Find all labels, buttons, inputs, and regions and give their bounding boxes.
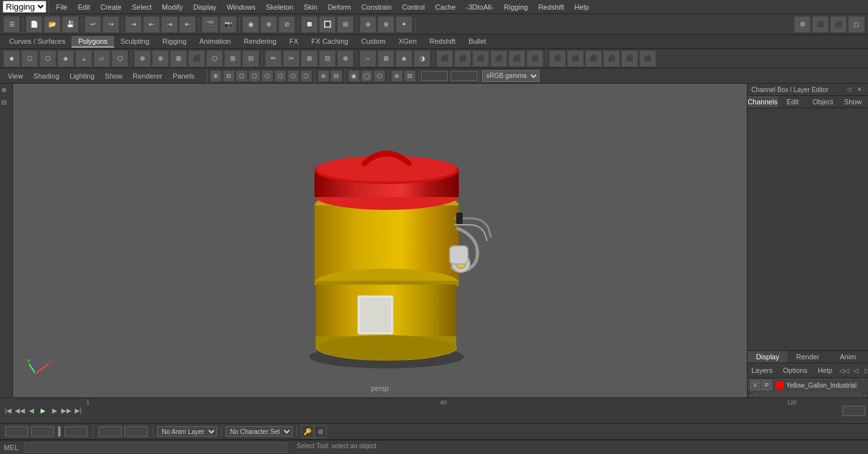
vt13[interactable]: ⬡	[374, 70, 385, 82]
menu-item-cache[interactable]: Cache	[430, 2, 461, 12]
tb-r3[interactable]: ⬛	[830, 16, 847, 33]
poly-tb32[interactable]: ⬛	[585, 50, 602, 67]
settings-btn[interactable]: ⚙	[794, 16, 811, 33]
sec-tab-rendering[interactable]: Rendering	[237, 36, 283, 48]
layer-icon-3[interactable]: ▷	[862, 365, 868, 375]
end-frame-input[interactable]: 120	[64, 426, 88, 437]
tb7[interactable]: ⇥	[125, 16, 142, 33]
poly-tb17[interactable]: ⊞	[301, 50, 318, 67]
char-set-select[interactable]: No Character Set	[226, 426, 293, 437]
gamma-select[interactable]: sRGB gamma	[482, 70, 539, 82]
ipr-btn[interactable]: 📷	[220, 16, 236, 33]
poly-tb22[interactable]: ◈	[396, 50, 412, 67]
poly-tb9[interactable]: ⊕	[152, 50, 169, 67]
cb-tab-channels[interactable]: Channels	[747, 96, 778, 108]
poly-tb8[interactable]: ⊕	[134, 50, 151, 67]
disp-tab-display[interactable]: Display	[747, 351, 787, 363]
view-tab-view[interactable]: View	[3, 71, 28, 81]
vt2[interactable]: ⊟	[223, 70, 235, 82]
menu-item-rigging[interactable]: Rigging	[499, 2, 533, 12]
char-set-btn[interactable]: ⚙	[314, 425, 327, 438]
time-ruler[interactable]: 1 60 120	[86, 398, 840, 423]
poly-tb7[interactable]: ⬡	[111, 50, 128, 67]
vt5[interactable]: ⬡	[262, 70, 273, 82]
tb18[interactable]: ⊞	[337, 16, 354, 33]
prev-key-btn[interactable]: ◀◀	[14, 405, 26, 417]
layers-header-options[interactable]: Options	[783, 366, 807, 374]
layer-v-btn[interactable]: V	[750, 380, 760, 390]
scroll-left-btn[interactable]: ◁	[747, 392, 753, 397]
tb13[interactable]: ◉	[242, 16, 259, 33]
poly-tb27[interactable]: ⬛	[490, 50, 507, 67]
tb8[interactable]: ⇤	[143, 16, 160, 33]
layers-header-help[interactable]: Help	[818, 366, 833, 374]
play-btn[interactable]: ▶	[37, 405, 49, 417]
sec-tab-fxcaching[interactable]: FX Caching	[305, 36, 354, 48]
vt10[interactable]: ⊟	[331, 70, 342, 82]
vt3[interactable]: ⬡	[236, 70, 247, 82]
sec-tab-rigging[interactable]: Rigging	[156, 36, 193, 48]
tb10[interactable]: ⇤	[179, 16, 196, 33]
vt14[interactable]: ⊕	[391, 70, 403, 82]
value2-input[interactable]: 1.00	[450, 71, 477, 81]
view-tab-panels[interactable]: Panels	[168, 71, 200, 81]
menu-item-help[interactable]: Help	[570, 2, 595, 12]
tb9[interactable]: ⇥	[161, 16, 178, 33]
vt4[interactable]: ⬡	[249, 70, 260, 82]
scroll-right-btn[interactable]: ▷	[863, 392, 868, 397]
poly-tb6[interactable]: ⏥	[93, 50, 110, 67]
view-tab-renderer[interactable]: Renderer	[128, 71, 168, 81]
poly-tb13[interactable]: ⊞	[224, 50, 241, 67]
poly-tb26[interactable]: ⬛	[472, 50, 489, 67]
menu-item-dtoall[interactable]: -3DtoAll-	[461, 2, 499, 12]
save-btn[interactable]: 💾	[62, 16, 79, 33]
menu-item-skeleton[interactable]: Skeleton	[260, 2, 298, 12]
auto-key-btn[interactable]: 🔑	[301, 425, 314, 438]
snap-grid-btn[interactable]: ⊕	[360, 16, 376, 33]
poly-tb31[interactable]: ⬛	[567, 50, 584, 67]
tb15[interactable]: ⊘	[278, 16, 295, 33]
sec-tab-sculpting[interactable]: Sculpting	[114, 36, 156, 48]
poly-tb2[interactable]: ⬡	[21, 50, 38, 67]
vt15[interactable]: ⊟	[404, 70, 416, 82]
view-tab-show[interactable]: Show	[100, 71, 128, 81]
current-frame-input[interactable]: 1	[842, 406, 865, 416]
poly-tb24[interactable]: ⬛	[436, 50, 453, 67]
poly-tb33[interactable]: ⬛	[603, 50, 620, 67]
menu-item-edit[interactable]: Edit	[73, 2, 95, 12]
disp-tab-anim[interactable]: Anim	[828, 351, 868, 363]
prev-frame-btn[interactable]: ◀	[26, 405, 37, 417]
layers-header-layers[interactable]: Layers	[751, 366, 773, 374]
menu-item-create[interactable]: Create	[95, 2, 127, 12]
view-tab-lighting[interactable]: Lighting	[64, 71, 100, 81]
poly-tb23[interactable]: ◑	[414, 50, 430, 67]
cb-tab-show[interactable]: Show	[838, 96, 868, 108]
poly-tb4[interactable]: ◈	[57, 50, 74, 67]
poly-tb28[interactable]: ⬛	[508, 50, 525, 67]
last-frame-btn[interactable]: ▶|	[72, 405, 84, 417]
menu-item-redshift[interactable]: Redshift	[533, 2, 569, 12]
left-icon-2[interactable]: ⊟	[1, 99, 12, 109]
poly-tb3[interactable]: ⬡	[39, 50, 56, 67]
layer-p-btn[interactable]: P	[762, 380, 772, 390]
anim-layer-select[interactable]: No Anim Layer	[157, 426, 217, 437]
render-btn[interactable]: 🎬	[202, 16, 218, 33]
new-scene-btn[interactable]: 📄	[26, 16, 43, 33]
sec-tab-animation[interactable]: Animation	[193, 36, 237, 48]
cb-tab-object[interactable]: Object	[808, 96, 838, 108]
vt11[interactable]: ◉	[348, 70, 360, 82]
tb-r2[interactable]: ⬛	[812, 16, 829, 33]
menu-item-control[interactable]: Control	[397, 2, 430, 12]
viewport[interactable]: persp X Y Z	[13, 84, 747, 397]
redo-btn[interactable]: ↪	[102, 16, 119, 33]
vt1[interactable]: ⊕	[210, 70, 222, 82]
poly-tb18[interactable]: ⊟	[319, 50, 336, 67]
vt8[interactable]: ⬡	[300, 70, 312, 82]
toolbar-btn-1[interactable]: ☰	[3, 16, 20, 33]
poly-tb35[interactable]: ⬛	[639, 50, 656, 67]
poly-tb29[interactable]: ⬛	[526, 50, 543, 67]
menu-item-file[interactable]: File	[51, 2, 73, 12]
poly-tb34[interactable]: ⬛	[621, 50, 638, 67]
tb17[interactable]: 🔳	[319, 16, 336, 33]
poly-tb19[interactable]: ⊕	[337, 50, 354, 67]
